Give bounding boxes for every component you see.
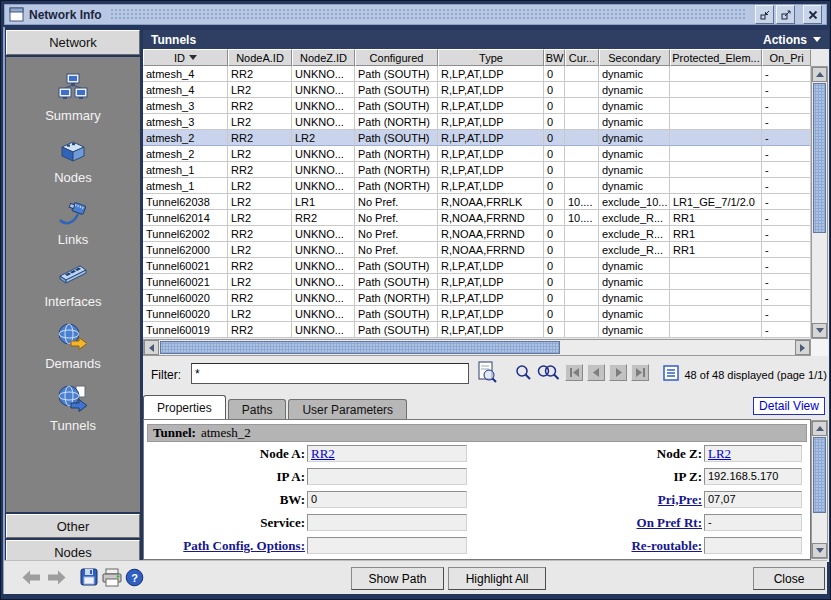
table-cell: Path (SOUTH) [355,130,438,146]
property-value-link[interactable]: RR2 [311,446,335,461]
close-button[interactable] [803,5,822,24]
tab-user-parameters[interactable]: User Parameters [288,399,407,420]
table-cell: R,LP,AT,LDP [438,146,544,162]
detail-view-button[interactable]: Detail View [753,397,825,415]
window-icon [9,7,24,22]
column-header[interactable]: NodeA.ID [228,49,292,66]
last-page-button[interactable] [631,364,649,381]
scrollbar-thumb[interactable] [813,437,826,513]
scrollbar-thumb[interactable] [813,83,826,233]
property-label[interactable]: Path Config. Options: [147,538,307,554]
table-row[interactable]: atmesh_4LR2UNKNO...Path (SOUTH)R,LP,AT,L… [143,82,811,98]
table-cell: Path (SOUTH) [355,306,438,322]
column-header[interactable]: Secondary [599,49,670,66]
table-row[interactable]: Tunnel60021LR2UNKNO...Path (SOUTH)R,LP,A… [143,274,811,290]
sidebar-item-demands[interactable]: Demands [13,315,133,377]
next-page-button[interactable] [609,364,627,381]
show-path-button[interactable]: Show Path [351,567,444,590]
maximize-button[interactable] [776,5,795,24]
table-row[interactable]: Tunnel60020RR2UNKNO...Path (NORTH)R,LP,A… [143,290,811,306]
actions-menu-button[interactable]: Actions [763,33,821,47]
scroll-down-button[interactable] [812,323,827,338]
forward-button[interactable] [46,569,68,590]
filter-input[interactable] [191,363,469,384]
window-frame-edge [3,27,5,594]
highlight-all-button[interactable]: Highlight All [448,567,546,590]
column-header[interactable]: Cur... [565,49,599,66]
sidebar-item-links[interactable]: Links [13,191,133,253]
table-cell: R,LP,AT,LDP [438,66,544,82]
sidebar-item-summary[interactable]: Summary [13,67,133,129]
table-row[interactable]: atmesh_1LR2UNKNO...Path (NORTH)R,LP,AT,L… [143,178,811,194]
zoom-fit-icon[interactable] [537,364,560,385]
scrollbar-thumb[interactable] [160,341,560,354]
tab-properties[interactable]: Properties [143,395,226,420]
table-cell: 0 [544,98,565,114]
arrow-down-icon [816,548,824,553]
zoom-icon[interactable] [515,364,532,385]
column-header[interactable]: Type [438,49,544,66]
table-row[interactable]: Tunnel62000LR2UNKNO...No Pref.R,NOAA,FRR… [143,242,811,258]
table-row[interactable]: Tunnel62014LR2RR2No Pref.R,NOAA,FRRND010… [143,210,811,226]
table-row[interactable]: atmesh_4RR2UNKNO...Path (SOUTH)R,LP,AT,L… [143,66,811,82]
globe-demand-icon [56,320,90,354]
back-button[interactable] [20,569,42,590]
table-row[interactable]: atmesh_2LR2UNKNO...Path (NORTH)R,LP,AT,L… [143,146,811,162]
property-label[interactable]: Pri,Pre: [467,492,704,508]
table-cell: - [762,146,811,162]
table-row[interactable]: Tunnel62038LR2LR1No Pref.R,NOAA,FRRLK010… [143,194,811,210]
table-cell: RR2 [228,66,292,82]
tunnel-header-value: atmesh_2 [201,425,251,441]
tab-paths[interactable]: Paths [228,399,287,420]
table-cell: LR2 [228,210,292,226]
sidebar-item-tunnels[interactable]: Tunnels [13,377,133,439]
table-horizontal-scrollbar[interactable] [143,339,811,356]
column-header[interactable]: ID [143,49,228,66]
table-cell: dynamic [599,98,670,114]
table-cell: - [762,66,811,82]
help-button[interactable]: ? [125,568,144,591]
table-row[interactable]: Tunnel60021RR2UNKNO...Path (SOUTH)R,LP,A… [143,258,811,274]
minimize-button[interactable] [755,5,774,24]
table-row[interactable]: Tunnel62002RR2UNKNO...No Pref.R,NOAA,FRR… [143,226,811,242]
table-row[interactable]: atmesh_2RR2LR2Path (SOUTH)R,LP,AT,LDP0dy… [143,130,811,146]
svg-text:?: ? [131,572,138,584]
scroll-down-button[interactable] [812,543,827,558]
table-row[interactable]: Tunnel60019RR2UNKNO...Path (SOUTH)R,LP,A… [143,322,811,338]
table-row[interactable]: atmesh_3LR2UNKNO...Path (NORTH)R,LP,AT,L… [143,114,811,130]
column-header[interactable]: NodeZ.ID [292,49,355,66]
window-titlebar[interactable]: Network Info [4,4,827,25]
table-cell: LR2 [228,82,292,98]
table-cell: R,NOAA,FRRND [438,242,544,258]
property-value-link[interactable]: LR2 [708,446,731,461]
list-view-icon[interactable] [663,365,679,385]
property-label: Node Z: [467,446,704,462]
table-cell: UNKNO... [292,162,355,178]
column-header[interactable]: On_Pri [762,49,811,66]
property-label[interactable]: Re-routable: [467,538,704,554]
table-row[interactable]: Tunnel60020LR2UNKNO...Path (SOUTH)R,LP,A… [143,306,811,322]
prev-page-button[interactable] [587,364,605,381]
column-header[interactable]: Configured [355,49,438,66]
table-vertical-scrollbar[interactable] [811,66,828,339]
property-field: RR2 [307,445,467,462]
scroll-up-button[interactable] [812,421,827,436]
column-header[interactable]: Protected_Elem... [670,49,762,66]
print-button[interactable] [101,568,123,592]
sidebar-item-nodes[interactable]: Nodes [13,129,133,191]
table-row[interactable]: atmesh_3RR2UNKNO...Path (SOUTH)R,LP,AT,L… [143,98,811,114]
sidebar-section-other[interactable]: Other [6,514,140,538]
sidebar-item-interfaces[interactable]: Interfaces [13,253,133,315]
table-row[interactable]: atmesh_1RR2UNKNO...Path (NORTH)R,LP,AT,L… [143,162,811,178]
properties-scrollbar[interactable] [811,420,828,559]
sidebar-section-network[interactable]: Network [6,30,140,55]
save-button[interactable] [79,567,99,591]
scroll-right-button[interactable] [795,340,810,355]
preview-search-icon[interactable] [477,361,497,388]
close-dialog-button[interactable]: Close [753,567,825,590]
first-page-button[interactable] [565,364,583,381]
scroll-left-button[interactable] [144,340,159,355]
column-header[interactable]: BW [544,49,565,66]
scroll-up-button[interactable] [812,67,827,82]
property-label[interactable]: On Pref Rt: [467,515,704,531]
